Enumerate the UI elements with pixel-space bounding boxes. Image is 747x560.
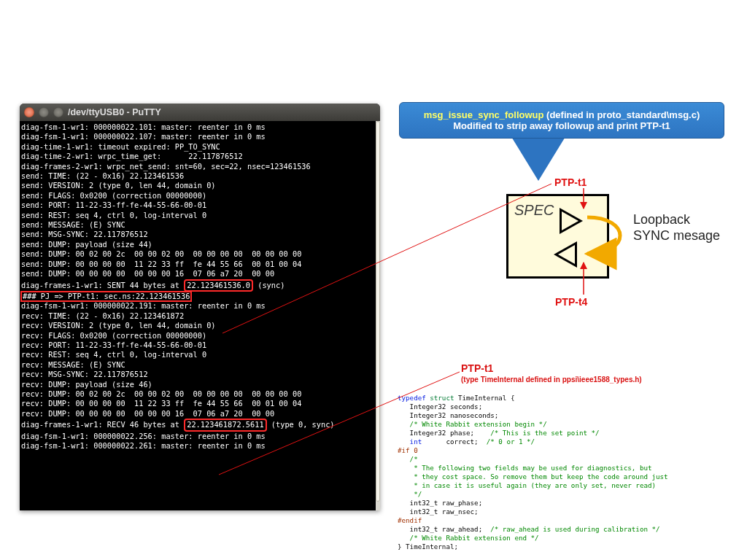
window-title: /dev/ttyUSB0 - PuTTY [68,107,161,117]
ptp-t1-label: PTP-t1 [554,176,587,188]
sent-timestamp-highlight: 22.123461536.0 [184,279,253,292]
terminal-output[interactable]: diag-fsm-1-wr1: 000000022.101: master: r… [20,121,376,510]
term-sent-line: diag-frames-1-wr1: SENT 44 bytes at 22.1… [21,281,285,289]
window-titlebar[interactable]: /dev/ttyUSB0 - PuTTY [20,104,380,121]
callout-line1: msg_issue_sync_followup (defined in prot… [400,109,724,120]
minimize-icon[interactable] [39,107,49,117]
callout-tail-icon [511,136,566,181]
term-recv-line: diag-frames-1-wr1: RECV 46 bytes at 22.1… [21,420,335,429]
callout-box: msg_issue_sync_followup (defined in prot… [399,102,724,139]
struct-subtitle: (type TimeInternal defined in ppsi\ieee1… [461,376,642,384]
callout-funcname: msg_issue_sync_followup [424,109,544,120]
code-snippet: typedef struct TimeInternal { Integer32 … [398,394,740,551]
rx-icon [554,241,577,268]
putty-window: /dev/ttyUSB0 - PuTTY diag-fsm-1-wr1: 000… [20,104,380,510]
struct-title: PTP-t1 [461,362,493,374]
close-icon[interactable] [24,107,34,117]
callout-line2: Modified to strip away followup and prin… [400,120,724,131]
ptp-t1-log-highlight: ### PJ => PTP-t1: sec.ns:22.123461536 [21,292,191,301]
ptp-t4-label: PTP-t4 [555,296,587,308]
scrollbar-thumb[interactable] [376,121,380,502]
recv-timestamp-highlight: 22.123461872.5611 [184,419,266,431]
spec-label: SPEC [514,202,554,219]
spec-box: SPEC [506,194,609,279]
maximize-icon[interactable] [53,107,63,117]
tx-icon [560,208,583,234]
terminal-scrollbar[interactable] [376,121,380,510]
term-block-before: diag-fsm-1-wr1: 000000022.101: master: r… [21,122,311,278]
term-block-middle: diag-fsm-1-wr1: 000000022.191: master: r… [21,301,301,417]
term-block-after: diag-fsm-1-wr1: 000000022.256: master: r… [21,432,266,450]
loopback-caption: Loopback SYNC mesage [633,211,720,244]
